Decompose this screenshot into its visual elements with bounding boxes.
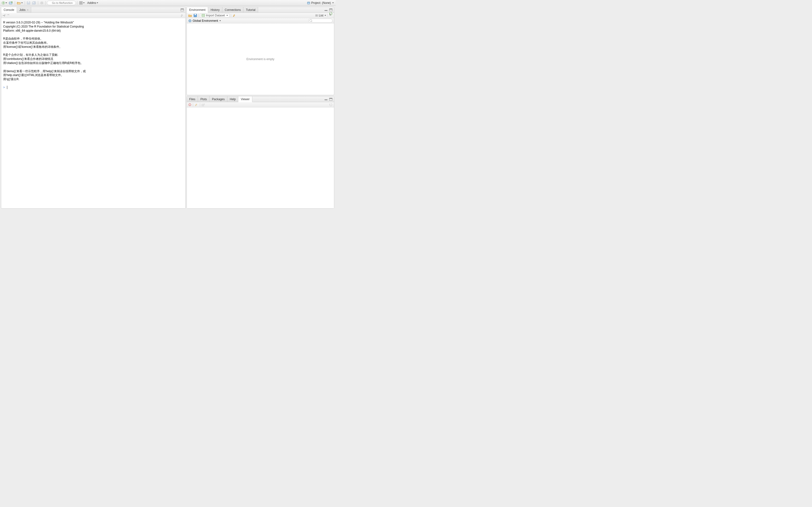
plus-circle-icon — [2, 1, 5, 5]
new-project-button[interactable] — [8, 0, 13, 5]
svg-rect-22 — [195, 14, 196, 15]
tab-connections-label: Connections — [225, 8, 241, 12]
tab-files[interactable]: Files — [187, 96, 198, 102]
tab-environment[interactable]: Environment — [187, 7, 208, 13]
scope-selector[interactable]: Global Environment — [188, 19, 221, 22]
maximize-pane-icon[interactable] — [181, 8, 184, 11]
console-prompt: > — [3, 86, 5, 89]
minimize-pane-icon[interactable] — [324, 9, 328, 11]
close-icon[interactable]: × — [27, 8, 28, 11]
tab-tutorial-label: Tutorial — [246, 8, 255, 12]
tab-plots[interactable]: Plots — [198, 96, 209, 102]
svg-rect-12 — [81, 1, 83, 3]
svg-rect-13 — [80, 3, 81, 4]
tab-packages-label: Packages — [212, 98, 225, 101]
view-list-button[interactable]: List — [315, 14, 326, 17]
tab-tutorial[interactable]: Tutorial — [243, 7, 258, 12]
list-icon — [315, 14, 318, 17]
viewer-body — [187, 107, 334, 208]
refresh-button[interactable] — [329, 12, 333, 19]
svg-rect-11 — [80, 1, 81, 3]
tab-viewer[interactable]: Viewer — [238, 96, 252, 102]
separator — [198, 14, 199, 17]
separator — [38, 1, 38, 5]
save-all-button[interactable] — [32, 0, 37, 5]
globe-icon — [188, 19, 192, 22]
tab-jobs[interactable]: Jobs × — [17, 7, 31, 12]
svg-rect-20 — [329, 9, 332, 9]
grid-button[interactable] — [79, 0, 85, 5]
separator — [24, 1, 25, 5]
project-label: Project: — [311, 1, 321, 5]
minimize-pane-icon[interactable] — [324, 98, 328, 101]
save-button[interactable] — [26, 0, 31, 5]
console-pane: Console Jobs × ~/ — [1, 7, 186, 209]
tab-help[interactable]: Help — [227, 96, 239, 102]
project-selector[interactable]: Project: (None) — [307, 1, 335, 5]
chevron-down-icon — [83, 2, 85, 3]
environment-empty-text: Environment is empty — [247, 57, 274, 61]
clear-console-icon[interactable] — [181, 14, 184, 17]
import-dataset-label: Import Dataset — [206, 14, 225, 17]
svg-rect-4 — [28, 1, 29, 2]
addins-label: Addins — [87, 1, 96, 5]
import-dataset-button[interactable]: Import Dataset — [200, 13, 230, 18]
maximize-pane-icon[interactable] — [329, 8, 333, 11]
folder-open-icon — [17, 1, 21, 5]
svg-rect-10 — [41, 3, 43, 4]
separator — [327, 14, 328, 17]
console-output[interactable]: R version 3.6.3 (2020-02-29) -- "Holding… — [1, 18, 185, 208]
environment-tabs: Environment History Connections Tutorial — [187, 7, 334, 13]
text-cursor — [7, 86, 7, 89]
console-working-dir: ~/ — [3, 14, 5, 17]
open-dir-icon[interactable] — [6, 14, 9, 17]
tab-console-label: Console — [4, 8, 14, 12]
console-tabs: Console Jobs × — [1, 7, 185, 13]
tab-history[interactable]: History — [208, 7, 222, 12]
sync-viewer-button[interactable] — [329, 103, 333, 107]
tab-jobs-label: Jobs — [19, 8, 26, 12]
environment-toolbar: Import Dataset List — [187, 13, 334, 18]
project-value: (None) — [322, 1, 331, 5]
folder-open-icon — [188, 14, 192, 17]
load-workspace-button[interactable] — [188, 14, 192, 17]
chevron-down-icon — [97, 2, 98, 3]
chevron-down-icon — [21, 2, 23, 3]
clear-objects-button[interactable] — [233, 14, 236, 17]
export-viewer-button[interactable] — [202, 103, 205, 106]
console-banner-text: R version 3.6.3 (2020-02-29) -- "Holding… — [3, 21, 86, 81]
svg-rect-25 — [324, 100, 327, 100]
chevron-down-icon — [226, 15, 228, 16]
svg-rect-14 — [81, 3, 83, 4]
save-workspace-button[interactable] — [194, 14, 197, 17]
chevron-down-icon — [324, 15, 326, 16]
clear-viewer-button[interactable] — [195, 103, 198, 107]
project-plus-icon — [9, 1, 13, 5]
open-file-button[interactable] — [16, 0, 23, 5]
remove-viewer-item-button[interactable] — [188, 103, 191, 106]
viewer-pane: Files Plots Packages Help Viewer — [187, 96, 334, 209]
new-file-button[interactable] — [1, 0, 8, 5]
svg-rect-18 — [324, 10, 327, 11]
tab-packages[interactable]: Packages — [209, 96, 227, 102]
tab-connections[interactable]: Connections — [222, 7, 244, 12]
svg-rect-17 — [181, 9, 184, 9]
svg-rect-29 — [189, 105, 191, 105]
svg-rect-27 — [329, 98, 332, 99]
addins-menu[interactable]: Addins — [86, 0, 100, 5]
goto-file-input[interactable] — [47, 1, 76, 5]
maximize-pane-icon[interactable] — [329, 98, 333, 101]
viewer-toolbar — [187, 102, 334, 107]
separator — [15, 1, 15, 5]
chevron-down-icon — [332, 2, 334, 3]
svg-rect-30 — [202, 104, 204, 106]
environment-search-input[interactable] — [308, 18, 333, 23]
print-button[interactable] — [39, 0, 44, 5]
environment-pane: Environment History Connections Tutorial — [187, 7, 334, 95]
tab-console[interactable]: Console — [1, 7, 17, 13]
floppy-stack-icon — [32, 1, 36, 5]
main-toolbar: Addins Project: (None) — [0, 0, 336, 6]
floppy-icon — [194, 14, 197, 17]
grid-icon — [79, 1, 83, 5]
scope-label: Global Environment — [193, 19, 218, 22]
